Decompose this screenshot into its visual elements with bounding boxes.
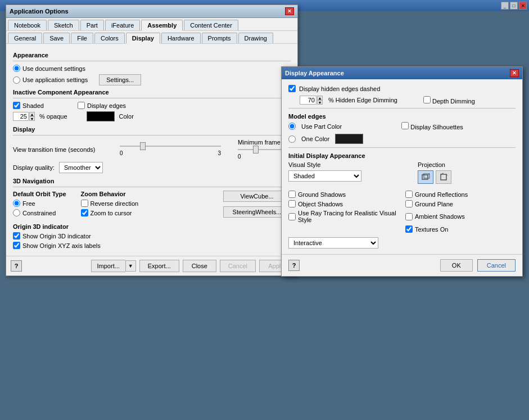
steeringwheels-button[interactable]: SteeringWheels... <box>223 206 291 218</box>
hidden-edges-checkbox[interactable] <box>288 85 296 92</box>
tab-general[interactable]: General <box>8 33 42 43</box>
help-icon[interactable]: ? <box>11 260 22 272</box>
tab-ifeature[interactable]: iFeature <box>105 20 140 30</box>
constrained-orbit-radio[interactable] <box>13 209 20 216</box>
view-transition-slider[interactable] <box>120 142 221 150</box>
viewcube-button[interactable]: ViewCube... <box>223 191 291 202</box>
hidden-edge-up-arrow[interactable]: ▲ <box>317 96 323 100</box>
display-quality-label: Display quality: <box>13 164 55 171</box>
tab-colors[interactable]: Colors <box>94 33 125 43</box>
ray-tracing-item: Use Ray Tracing for Realistic Visual Sty… <box>288 210 399 223</box>
tab-save[interactable]: Save <box>43 33 70 43</box>
settings-button[interactable]: Settings... <box>99 74 141 85</box>
one-color-label: One Color <box>301 136 329 142</box>
svg-rect-0 <box>422 175 428 179</box>
shaded-checkbox[interactable] <box>13 102 20 109</box>
tab-drawing[interactable]: Drawing <box>238 33 273 43</box>
show-origin-checkbox[interactable] <box>13 232 20 240</box>
use-app-radio[interactable] <box>13 76 20 84</box>
interactive-dropdown-row: Interactive Quality Presentation <box>288 237 516 249</box>
depth-dimming-checkbox[interactable] <box>423 96 431 103</box>
proj-btn-1[interactable] <box>418 170 433 184</box>
second-tab-bar: General Save File Colors Display Hardwar… <box>6 31 297 44</box>
opacity-suffix-label: % opaque <box>39 113 67 120</box>
display-silhouettes-checkbox[interactable] <box>401 122 409 129</box>
show-xyz-checkbox[interactable] <box>13 242 20 249</box>
opacity-up-arrow[interactable]: ▲ <box>29 112 35 116</box>
show-origin-label: Show Origin 3D indicator <box>22 233 91 240</box>
zoom-cursor-label: Zoom to cursor <box>91 210 132 216</box>
tab-display[interactable]: Display <box>126 33 160 44</box>
tab-notebook[interactable]: Notebook <box>8 20 47 30</box>
free-orbit-radio[interactable] <box>13 200 20 207</box>
da-close-btn[interactable]: ✕ <box>510 69 519 77</box>
tab-prompts[interactable]: Prompts <box>202 33 237 43</box>
ground-shadows-item: Ground Shadows <box>288 191 399 198</box>
display-edges-label: Display edges <box>87 102 126 109</box>
opacity-row: 25 ▲ ▼ % opaque Color <box>13 111 291 121</box>
hidden-edges-row: Display hidden edges dashed <box>288 85 516 92</box>
display-quality-select[interactable]: Smoother Smooth Medium Coarse Coarser <box>59 162 103 173</box>
nav-buttons-col: ViewCube... SteeringWheels... <box>223 191 291 220</box>
reverse-dir-checkbox[interactable] <box>81 200 88 207</box>
tab-part[interactable]: Part <box>80 20 104 30</box>
zoom-cursor-checkbox[interactable] <box>81 209 88 216</box>
display-edges-checkbox[interactable] <box>78 102 85 109</box>
use-part-color-radio[interactable] <box>288 123 296 130</box>
one-color-row: One Color <box>288 134 516 144</box>
orbit-label: Default Orbit Type <box>13 191 66 197</box>
da-cancel-button[interactable]: Cancel <box>477 259 516 272</box>
ground-plane-checkbox[interactable] <box>405 200 413 207</box>
use-doc-radio[interactable] <box>13 65 20 72</box>
ground-shadows-checkbox[interactable] <box>288 191 296 198</box>
opacity-arrows: ▲ ▼ <box>29 112 35 121</box>
top-tab-bar: Notebook Sketch Part iFeature Assembly C… <box>6 18 297 31</box>
bg-restore-btn[interactable]: □ <box>510 2 518 10</box>
da-divider1 <box>288 108 516 109</box>
ground-reflections-item: Ground Reflections <box>405 191 516 198</box>
close-button[interactable]: Close <box>183 260 216 272</box>
tab-content-center[interactable]: Content Center <box>184 20 238 30</box>
visual-style-select[interactable]: Shaded Wireframe Hidden Line Shaded with… <box>288 170 361 182</box>
da-ok-button[interactable]: OK <box>440 259 473 272</box>
import-dropdown-arrow[interactable]: ▼ <box>125 260 136 272</box>
hidden-edge-down-arrow[interactable]: ▼ <box>317 100 323 105</box>
cancel-button[interactable]: Cancel <box>220 260 256 272</box>
zoom-label: Zoom Behavior <box>81 191 139 197</box>
object-shadows-checkbox[interactable] <box>288 200 296 207</box>
tab-sketch[interactable]: Sketch <box>48 20 79 30</box>
textures-on-checkbox[interactable] <box>405 225 413 233</box>
use-part-color-row: Use Part Color Display Silhouettes <box>288 122 516 130</box>
one-color-radio[interactable] <box>288 136 296 143</box>
da-help-icon[interactable]: ? <box>288 260 300 271</box>
import-button[interactable]: Import... <box>91 260 125 272</box>
proj-btn-2[interactable] <box>436 170 451 184</box>
one-color-box[interactable] <box>335 134 363 144</box>
export-button[interactable]: Export... <box>139 260 179 272</box>
projection-col: Projection <box>418 161 451 184</box>
tab-file[interactable]: File <box>71 33 93 43</box>
display-section-label: Display <box>13 126 291 133</box>
quality-row: Display quality: Smoother Smooth Medium … <box>13 162 291 173</box>
use-app-label: Use application settings <box>22 76 88 83</box>
app-options-content: Appearance Use document settings Use app… <box>6 44 297 256</box>
ray-tracing-checkbox[interactable] <box>288 213 296 220</box>
ground-plane-label: Ground Plane <box>415 201 453 207</box>
opacity-input[interactable]: 25 <box>13 112 29 121</box>
app-options-close-btn[interactable]: ✕ <box>285 7 294 15</box>
visual-style-projection-row: Visual Style Shaded Wireframe Hidden Lin… <box>288 161 516 184</box>
hidden-edge-input[interactable]: 70 <box>300 96 317 105</box>
tab-assembly[interactable]: Assembly <box>141 20 183 31</box>
da-titlebar: Display Appearance ✕ <box>282 67 522 79</box>
da-title: Display Appearance <box>285 70 344 76</box>
interactive-select[interactable]: Interactive Quality Presentation <box>288 237 378 249</box>
ambient-shadows-checkbox[interactable] <box>405 213 413 220</box>
nav-row: Default Orbit Type Free Constrained Zoom… <box>13 191 291 220</box>
ground-reflections-checkbox[interactable] <box>405 191 413 198</box>
inactive-color-box[interactable] <box>87 111 115 121</box>
use-app-settings-row: Use application settings <box>13 76 88 84</box>
opacity-down-arrow[interactable]: ▼ <box>29 116 35 121</box>
tab-hardware[interactable]: Hardware <box>161 33 201 43</box>
bg-minimize-btn[interactable]: _ <box>501 2 509 10</box>
bg-close-btn[interactable]: ✕ <box>519 2 527 10</box>
